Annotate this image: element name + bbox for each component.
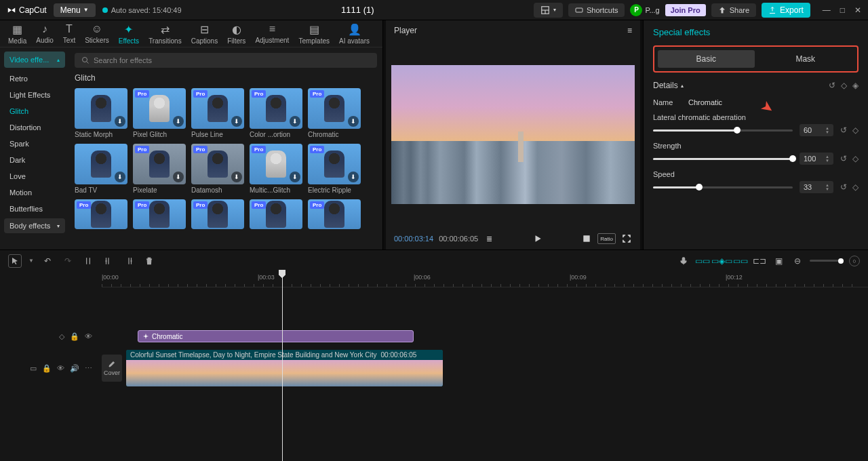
tab-mask[interactable]: Mask [757,50,854,68]
preview-area[interactable] [386,41,640,228]
zoom-out[interactable]: ⊖ [791,254,804,268]
nav-tab-templates[interactable]: ▤Templates [294,22,334,46]
time-ruler[interactable]: |00:00|00:03|00:06|00:09|00:12 [102,271,868,287]
sidebar-header-video-effects[interactable]: Video effe...▴ [4,52,65,68]
menu-button[interactable]: Menu▼ [54,3,96,17]
select-tool[interactable] [8,254,22,268]
effect-partial-3[interactable]: Pro [250,199,302,229]
kf-speed[interactable]: ◇ [852,182,859,192]
effect-partial-1[interactable]: Pro [133,199,186,229]
effect-pixel-glitch[interactable]: Pro⬇Pixel Glitch [133,88,186,138]
split-tool[interactable] [81,254,95,268]
download-icon[interactable]: ⬇ [231,116,242,127]
tab-basic[interactable]: Basic [658,50,755,68]
download-icon[interactable]: ⬇ [173,116,184,127]
project-title[interactable]: 1111 (1) [189,5,527,15]
effect-pulse-line[interactable]: Pro⬇Pulse Line [191,88,244,138]
nav-tab-text[interactable]: TText [59,22,79,45]
reset-strength[interactable]: ↺ [840,154,847,163]
link-toggle[interactable]: ▭◈▭ [715,254,728,268]
share-button[interactable]: Share [711,3,756,17]
effect-electric-ripple[interactable]: Pro⬇Electric Ripple [308,144,361,194]
sidebar-item-spark[interactable]: Spark [4,136,65,152]
align-tool[interactable]: ⊏⊐ [753,254,766,268]
zoom-slider[interactable] [810,260,844,262]
track-audio-icon[interactable]: 🔊 [70,364,79,373]
magnet-toggle[interactable]: ▭▭ [696,254,709,268]
slider-strength[interactable] [653,158,793,160]
input-lateral[interactable]: 60▲▼ [800,124,833,136]
sidebar-item-retro[interactable]: Retro [4,71,65,87]
track-lock2-icon[interactable]: 🔒 [42,364,52,373]
keyframe-icon[interactable]: ◇ [841,81,847,90]
effect-chromatic[interactable]: Pro⬇Chromatic [308,88,361,138]
tool-dropdown[interactable]: ▼ [28,258,34,264]
download-icon[interactable]: ⬇ [290,116,300,127]
effect-bad-tv[interactable]: ⬇Bad TV [75,144,127,194]
delete-tool[interactable] [142,254,156,268]
download-icon[interactable]: ⬇ [173,172,184,182]
cover-button[interactable]: Cover [102,355,122,382]
effect-partial-0[interactable]: Pro [75,199,127,229]
fullscreen-button[interactable] [621,233,632,244]
playhead-line[interactable] [282,271,283,461]
download-icon[interactable]: ⬇ [231,172,242,182]
split-left-tool[interactable] [102,254,115,268]
scale-icon[interactable] [581,233,592,244]
nav-tab-transitions[interactable]: ⇄Transitions [144,22,186,46]
kf-lateral[interactable]: ◇ [852,125,859,135]
download-icon[interactable]: ⬇ [290,172,300,182]
join-pro-button[interactable]: Join Pro [665,4,706,16]
effect-partial-4[interactable]: Pro [308,199,361,229]
preview-toggle[interactable]: ▭▭ [734,254,747,268]
kf-strength[interactable]: ◇ [852,154,859,163]
track-visible-icon[interactable]: 👁 [85,332,92,340]
minimize-button[interactable]: — [823,5,831,15]
effect-pixelate[interactable]: Pro⬇Pixelate [133,144,186,194]
details-toggle[interactable]: Details▴ [653,81,684,90]
slider-lateral[interactable] [653,129,793,132]
effect-datamosh[interactable]: Pro⬇Datamosh [191,144,244,194]
nav-tab-captions[interactable]: ⊟Captions [187,22,222,46]
effect-clip[interactable]: Chromatic [138,330,414,342]
effect-color-ortion[interactable]: Pro⬇Color ...ortion [250,88,302,138]
user-chip[interactable]: PP...g [630,4,659,16]
nav-tab-adjustment[interactable]: ≡Adjustment [251,22,293,45]
video-clip[interactable]: Colorful Sunset Timelapse, Day to Night,… [126,350,443,386]
nav-tab-audio[interactable]: ♪Audio [32,22,58,45]
effect-partial-2[interactable]: Pro [191,199,244,229]
effect-static-morph[interactable]: ⬇Static Morph [75,88,127,138]
nav-tab-effects[interactable]: ✦Effects [115,22,143,46]
nav-tab-stickers[interactable]: ☺Stickers [81,22,113,45]
search-input[interactable]: Search for effects [75,53,377,68]
layout-button[interactable]: ▾ [534,3,563,18]
nav-tab-filters[interactable]: ◐Filters [223,22,250,46]
track-vis2-icon[interactable]: 👁 [57,364,64,372]
sidebar-item-light-effects[interactable]: Light Effects [4,87,65,103]
download-icon[interactable]: ⬇ [115,116,125,127]
track-mute-icon[interactable]: ◇ [59,332,64,341]
effect-multic-glitch[interactable]: Pro⬇Multic...Glitch [250,144,302,194]
redo-button[interactable]: ↷ [61,254,75,268]
reset-lateral[interactable]: ↺ [840,125,847,135]
sidebar-item-glitch[interactable]: Glitch [4,103,65,119]
zoom-fit[interactable]: ○ [849,256,860,266]
track-lock-icon[interactable]: 🔒 [70,332,79,341]
sidebar-item-motion[interactable]: Motion [4,184,65,201]
ratio-button[interactable]: Ratio [597,233,616,244]
nav-tab-ai-avatars[interactable]: 👤AI avatars [335,22,374,46]
nav-tab-media[interactable]: ▦Media [4,22,31,46]
input-speed[interactable]: 33▲▼ [800,181,833,193]
download-icon[interactable]: ⬇ [348,172,359,182]
close-button[interactable]: ✕ [854,5,861,15]
sidebar-item-butterflies[interactable]: Butterflies [4,201,65,217]
play-button[interactable] [532,233,543,244]
mic-button[interactable] [677,254,690,268]
reset-speed[interactable]: ↺ [840,182,847,192]
input-strength[interactable]: 100▲▼ [800,153,833,165]
sidebar-item-dark[interactable]: Dark [4,152,65,168]
undo-button[interactable]: ↶ [41,254,54,268]
sidebar-item-love[interactable]: Love [4,168,65,184]
sidebar-body-effects[interactable]: Body effects▾ [4,218,65,233]
split-right-tool[interactable] [122,254,136,268]
